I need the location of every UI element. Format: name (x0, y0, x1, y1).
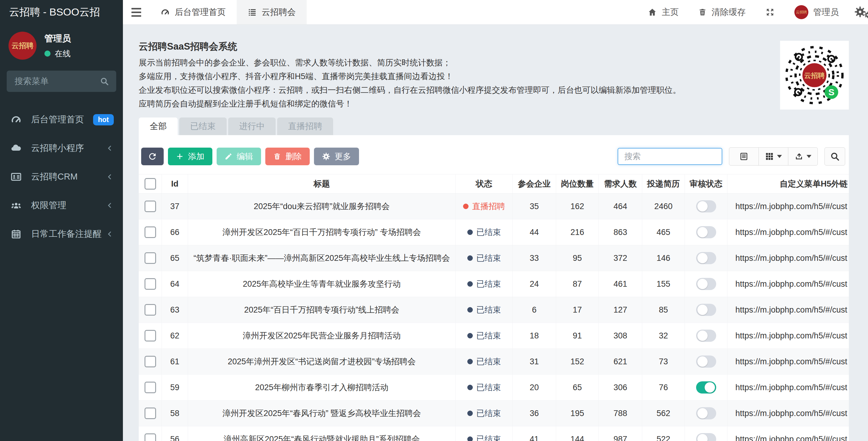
table-header: Id 标题 状态 参会企业 岗位数量 需求人数 投递简历 审核状态 自定义菜单H… (139, 174, 849, 194)
table-row[interactable]: 58 漳州开发区2025年“春风行动” 暨返乡高校毕业生招聘会 已结束 36 1… (139, 401, 849, 427)
audit-toggle[interactable] (696, 330, 716, 342)
cell-companies: 24 (513, 271, 556, 297)
add-button[interactable]: 添加 (168, 148, 212, 165)
status-dot-icon (467, 255, 473, 261)
header-jobs[interactable]: 岗位数量 (556, 174, 599, 193)
admin-menu[interactable]: 云招聘 管理员 (785, 5, 848, 19)
header-needed[interactable]: 需求人数 (599, 174, 642, 193)
row-checkbox[interactable] (145, 356, 156, 368)
table-toolbar: 添加 编辑 删除 更多 (139, 135, 849, 174)
cell-id: 61 (162, 349, 188, 374)
edit-button[interactable]: 编辑 (217, 148, 261, 165)
table-row[interactable]: 61 2025年漳州开发区“书记送岗留才进校园”专场招聘会 已结束 31 152… (139, 349, 849, 375)
header-status[interactable]: 状态 (456, 174, 513, 193)
audit-toggle[interactable] (696, 226, 716, 238)
status-dot-icon (467, 359, 473, 364)
cell-companies: 36 (513, 401, 556, 426)
table-row[interactable]: 37 2025年“dou来云招聘”就业服务招聘会 直播招聘 35 162 464… (139, 194, 849, 219)
search-icon[interactable] (100, 77, 109, 87)
header-resumes[interactable]: 投递简历 (642, 174, 685, 193)
table-row[interactable]: 62 漳州开发区2025年民营企业服务月招聘活动 已结束 18 91 308 3… (139, 323, 849, 349)
sidebar-item-reminders[interactable]: 日常工作备注提醒 (0, 220, 123, 248)
users-icon (9, 200, 23, 211)
table-row[interactable]: 56 漳州高新区2025年“春风行动暨就业援助月”系列招聘会 已结束 41 14… (139, 427, 849, 441)
row-checkbox[interactable] (145, 408, 156, 419)
search-submit-button[interactable] (825, 147, 845, 166)
sidebar-item-label: 日常工作备注提醒 (31, 228, 102, 240)
audit-toggle[interactable] (696, 252, 716, 264)
cell-jobs: 216 (556, 219, 599, 245)
more-button[interactable]: 更多 (314, 148, 359, 165)
export-icon (794, 152, 804, 161)
row-checkbox[interactable] (145, 227, 156, 238)
columns-button[interactable] (758, 147, 788, 166)
header-link[interactable]: 自定义菜单H5外链 (727, 174, 849, 193)
select-all-checkbox[interactable] (145, 178, 156, 189)
row-checkbox[interactable] (145, 433, 156, 441)
audit-toggle[interactable] (696, 278, 716, 290)
cell-id: 62 (162, 323, 188, 349)
header-title[interactable]: 标题 (188, 174, 456, 193)
tab-job-fair[interactable]: 云招聘会 (237, 0, 307, 24)
settings-button[interactable] (848, 6, 868, 19)
table-row[interactable]: 64 2025年高校毕业生等青年就业服务攻坚行动 已结束 24 87 461 1… (139, 271, 849, 297)
row-checkbox[interactable] (145, 382, 156, 393)
svg-text:S: S (829, 87, 835, 97)
cell-id: 63 (162, 297, 188, 323)
add-label: 添加 (188, 151, 205, 162)
audit-toggle[interactable] (696, 381, 716, 393)
cell-status: 已结束 (456, 297, 513, 323)
refresh-button[interactable] (141, 148, 164, 165)
cell-id: 64 (162, 271, 188, 297)
home-link[interactable]: 主页 (638, 6, 688, 18)
clear-cache-link[interactable]: 清除缓存 (688, 6, 755, 18)
row-checkbox[interactable] (145, 201, 156, 212)
fullscreen-button[interactable] (755, 7, 785, 17)
sidebar-item-crm[interactable]: 云招聘CRM (0, 163, 123, 191)
tab-ended[interactable]: 已结束 (179, 117, 227, 135)
audit-toggle[interactable] (696, 200, 716, 212)
tab-admin-home[interactable]: 后台管理首页 (150, 0, 237, 24)
row-checkbox[interactable] (145, 252, 156, 264)
delete-button[interactable]: 删除 (265, 148, 310, 165)
row-checkbox[interactable] (145, 278, 156, 290)
sidebar-item-permissions[interactable]: 权限管理 (0, 191, 123, 220)
sidebar-item-miniprogram[interactable]: 云招聘小程序 (0, 134, 123, 163)
hot-badge: hot (93, 114, 114, 125)
table-row[interactable]: 59 2025年柳州市春季引才入柳招聘活动 已结束 20 65 306 76 h… (139, 375, 849, 401)
audit-toggle[interactable] (696, 433, 716, 441)
table-search-input[interactable] (618, 148, 722, 165)
export-button[interactable] (788, 147, 818, 166)
status-dot-icon (467, 436, 473, 441)
tab-all[interactable]: 全部 (139, 117, 178, 135)
cell-title: 漳州开发区2025年民营企业服务月招聘活动 (188, 323, 456, 349)
sidebar-item-label: 权限管理 (31, 199, 66, 211)
header-audit[interactable]: 审核状态 (685, 174, 727, 193)
audit-toggle[interactable] (696, 304, 716, 316)
sidebar-toggle-icon[interactable] (123, 8, 150, 17)
tab-live[interactable]: 直播招聘 (277, 117, 333, 135)
audit-toggle[interactable] (696, 355, 716, 368)
cell-jobs: 87 (556, 271, 599, 297)
row-checkbox[interactable] (145, 304, 156, 316)
header-id[interactable]: Id (162, 174, 188, 193)
cell-jobs: 17 (556, 297, 599, 323)
cell-link: https://m.jobphp.com/h5/#/cust (727, 427, 849, 441)
row-checkbox[interactable] (145, 330, 156, 342)
more-label: 更多 (335, 151, 351, 162)
status-dot-icon (467, 411, 473, 416)
cell-status: 已结束 (456, 323, 513, 349)
cell-link: https://m.jobphp.com/h5/#/cust (727, 401, 849, 426)
tab-ongoing[interactable]: 进行中 (228, 117, 276, 135)
audit-toggle[interactable] (696, 407, 716, 419)
detail-view-button[interactable] (729, 147, 759, 166)
table-row[interactable]: 65 “筑梦青春·职面未来”——漳州高新区2025年高校毕业生线上专场招聘会 已… (139, 245, 849, 271)
sidebar-item-dashboard[interactable]: 后台管理首页 hot (0, 105, 123, 134)
table-row[interactable]: 66 漳州开发区2025年“百日千万招聘专项行动” 专场招聘会 已结束 44 2… (139, 219, 849, 245)
cell-companies: 31 (513, 349, 556, 374)
status-dot-icon (467, 281, 473, 287)
pencil-icon (224, 152, 232, 160)
user-status-label: 在线 (55, 49, 70, 59)
header-companies[interactable]: 参会企业 (513, 174, 556, 193)
table-row[interactable]: 63 2025年“百日千万招聘专项行动”线上招聘会 已结束 6 17 127 8… (139, 297, 849, 323)
